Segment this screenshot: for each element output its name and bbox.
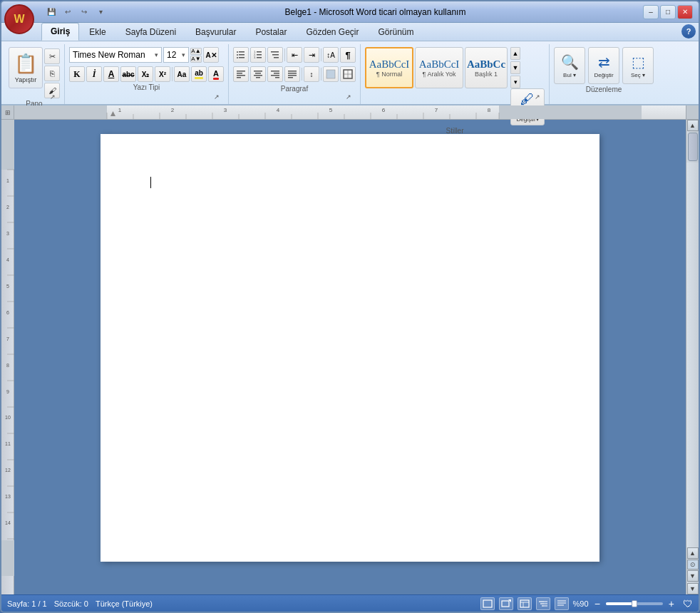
font-color-button[interactable]: A [208, 66, 224, 82]
paragraph-expand[interactable]: ↗ [344, 93, 353, 101]
document-page[interactable] [101, 134, 599, 562]
redo-quick-button[interactable]: ↪ [77, 5, 91, 19]
style-no-spacing[interactable]: AaBbCcI ¶ Aralık Yok [415, 47, 463, 88]
svg-text:11: 11 [5, 441, 11, 446]
zoom-slider[interactable] [606, 602, 663, 605]
align-center-button[interactable] [250, 66, 266, 82]
bold-button[interactable]: K [69, 66, 85, 82]
style-normal[interactable]: AaBbCcI ¶ Normal [365, 47, 413, 88]
svg-text:2: 2 [171, 107, 175, 113]
paste-label: Yapıştır [15, 76, 36, 83]
close-button[interactable]: ✕ [677, 5, 693, 19]
draft-view-button[interactable] [555, 597, 569, 610]
font-size-input[interactable]: 12 ▾ [163, 47, 189, 63]
maximize-button[interactable]: □ [660, 5, 676, 19]
help-button[interactable]: ? [681, 24, 696, 38]
multilevel-button[interactable] [267, 47, 283, 63]
zoom-out-button[interactable]: − [593, 598, 602, 609]
next-page-button[interactable]: ▼ [687, 570, 699, 582]
select-browse-object[interactable]: ⊙ [687, 560, 699, 570]
bullets-button[interactable] [233, 47, 249, 63]
justify-button[interactable] [284, 66, 300, 82]
change-case-button[interactable]: Aa [174, 66, 190, 82]
scroll-up-button[interactable]: ▲ [687, 120, 699, 131]
web-layout-view-button[interactable] [518, 597, 532, 610]
language-indicator[interactable]: Türkçe (Türkiye) [96, 599, 153, 608]
svg-text:1: 1 [6, 178, 9, 183]
show-marks-button[interactable]: ¶ [340, 47, 356, 63]
undo-quick-button[interactable]: ↩ [61, 5, 75, 19]
borders-button[interactable] [340, 66, 356, 82]
font-grow-button[interactable]: A▲ [190, 48, 202, 55]
svg-rect-28 [288, 73, 297, 74]
copy-button[interactable]: ⎘ [44, 66, 60, 81]
office-button[interactable]: W [4, 4, 34, 34]
cut-button[interactable]: ✂ [44, 48, 60, 64]
clear-formatting-button[interactable]: A✕ [203, 47, 219, 63]
tab-sayfa-duzeni[interactable]: Sayfa Düzeni [116, 24, 185, 41]
page-info: Sayfa: 1 / 1 [7, 599, 47, 608]
tab-postalar[interactable]: Postalar [246, 24, 296, 41]
font-expand[interactable]: ↗ [212, 93, 221, 101]
svg-rect-31 [326, 70, 335, 78]
sort-button[interactable]: ↕A [323, 47, 339, 63]
svg-rect-23 [271, 71, 279, 72]
prev-page-button[interactable]: ▲ [687, 547, 699, 559]
svg-text:7: 7 [6, 336, 9, 341]
svg-rect-22 [256, 77, 260, 78]
font-shrink-button[interactable]: A▼ [190, 56, 202, 63]
strikethrough-button[interactable]: abc [120, 66, 136, 82]
numbering-button[interactable]: 1.2.3. [250, 47, 266, 63]
svg-rect-30 [288, 77, 293, 78]
find-button[interactable]: 🔍 Bul ▾ [554, 47, 585, 84]
line-spacing-button[interactable]: ↕ [304, 66, 319, 82]
decrease-indent-button[interactable]: ⇤ [287, 47, 302, 63]
document-area[interactable] [14, 120, 686, 594]
zoom-in-button[interactable]: + [667, 598, 676, 609]
outline-view-button[interactable] [536, 597, 550, 610]
quick-access-dropdown[interactable]: ▾ [93, 5, 108, 19]
superscript-button[interactable]: X² [155, 66, 170, 82]
underline-button[interactable]: A [103, 66, 119, 82]
replace-button[interactable]: ⇄ Değiştir [588, 47, 619, 84]
align-left-button[interactable] [233, 66, 249, 82]
tab-gorunum[interactable]: Görünüm [369, 24, 423, 41]
increase-indent-button[interactable]: ⇥ [304, 47, 319, 63]
highlight-button[interactable]: ab [191, 66, 207, 82]
svg-marker-61 [110, 111, 115, 116]
tab-giris[interactable]: Giriş [41, 23, 79, 41]
align-right-button[interactable] [267, 66, 283, 82]
shield-icon[interactable]: 🛡 [683, 598, 693, 609]
subscript-button[interactable]: X₂ [138, 66, 153, 82]
ruler-svg: 1 2 3 4 5 6 7 8 [14, 105, 686, 119]
scroll-track[interactable] [686, 163, 699, 547]
tab-ekle[interactable]: Ekle [80, 24, 115, 41]
svg-text:3: 3 [224, 107, 227, 113]
pano-expand[interactable]: ↗ [48, 93, 57, 101]
paste-button[interactable]: 📋 Yapıştır [9, 47, 43, 88]
shading-button[interactable] [323, 66, 339, 82]
svg-rect-7 [257, 51, 262, 53]
svg-text:13: 13 [5, 494, 11, 499]
editing-label: Düzenleme [554, 84, 654, 96]
scroll-thumb[interactable] [688, 133, 698, 161]
styles-scroll-up[interactable]: ▲ [510, 47, 520, 60]
tab-basvurular[interactable]: Başvurular [186, 24, 245, 41]
select-button[interactable]: ⬚ Seç ▾ [622, 47, 654, 84]
styles-expand[interactable]: ↗ [533, 93, 542, 101]
minimize-button[interactable]: – [643, 5, 659, 19]
font-name-dropdown[interactable]: Times New Roman ▾ [69, 47, 162, 63]
styles-gallery-dropdown[interactable]: ▾ [510, 76, 520, 88]
styles-scroll-down[interactable]: ▼ [510, 61, 520, 74]
full-screen-view-button[interactable] [499, 597, 513, 610]
tab-gozden-gecir[interactable]: Gözden Geçir [297, 24, 368, 41]
window-title: Belge1 - Microsoft Word ticari olmayan k… [108, 7, 643, 17]
svg-point-4 [237, 54, 238, 56]
svg-rect-2 [239, 57, 245, 58]
save-quick-button[interactable]: 💾 [44, 5, 58, 19]
text-cursor [150, 177, 151, 188]
print-layout-view-button[interactable] [480, 597, 495, 610]
style-heading1[interactable]: AaBbCc Başlık 1 [465, 47, 508, 88]
scroll-down-button[interactable]: ▼ [687, 583, 699, 594]
italic-button[interactable]: İ [86, 66, 102, 82]
